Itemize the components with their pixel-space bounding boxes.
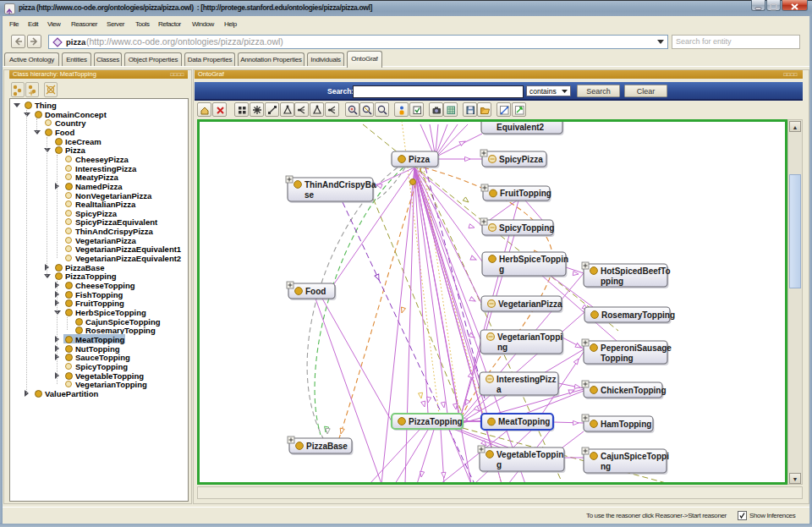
svg-text:HerbSpiceToppin: HerbSpiceToppin bbox=[499, 255, 568, 264]
svg-text:VegetarianPizza: VegetarianPizza bbox=[498, 299, 562, 309]
svg-text:MeatTopping: MeatTopping bbox=[498, 417, 550, 426]
svg-text:se: se bbox=[304, 190, 315, 200]
svg-text:ChickenTopping: ChickenTopping bbox=[601, 386, 667, 395]
svg-text:SpicyTopping: SpicyTopping bbox=[499, 223, 554, 233]
svg-text:VegetarianToppi: VegetarianToppi bbox=[497, 332, 562, 342]
svg-text:PizzaTopping: PizzaTopping bbox=[409, 417, 463, 426]
svg-text:ThinAndCrispyBa: ThinAndCrispyBa bbox=[304, 180, 376, 189]
svg-text:FruitTopping: FruitTopping bbox=[500, 189, 551, 198]
svg-text:HotSpicedBeefTo: HotSpicedBeefTo bbox=[601, 266, 671, 276]
svg-text:Pizza: Pizza bbox=[409, 155, 430, 164]
svg-text:ng: ng bbox=[601, 462, 611, 471]
svg-text:PizzaBase: PizzaBase bbox=[306, 442, 348, 451]
svg-text:Equivalent2: Equivalent2 bbox=[497, 123, 545, 132]
svg-text:pping: pping bbox=[601, 277, 623, 286]
svg-text:Topping: Topping bbox=[601, 354, 634, 363]
svg-text:g: g bbox=[499, 265, 504, 274]
svg-text:HamTopping: HamTopping bbox=[601, 420, 651, 429]
svg-text:RosemaryTopping: RosemaryTopping bbox=[601, 310, 675, 320]
svg-text:a: a bbox=[497, 385, 502, 394]
svg-text:Food: Food bbox=[305, 287, 326, 296]
svg-text:PeperoniSausage: PeperoniSausage bbox=[601, 343, 672, 353]
svg-text:CajunSpiceToppi: CajunSpiceToppi bbox=[601, 452, 669, 461]
svg-text:SpicyPizza: SpicyPizza bbox=[499, 155, 543, 164]
svg-text:ng: ng bbox=[497, 343, 508, 352]
svg-text:InterestingPizz: InterestingPizz bbox=[497, 375, 557, 384]
svg-text:g: g bbox=[497, 460, 502, 469]
svg-text:VegetableToppin: VegetableToppin bbox=[497, 450, 563, 459]
